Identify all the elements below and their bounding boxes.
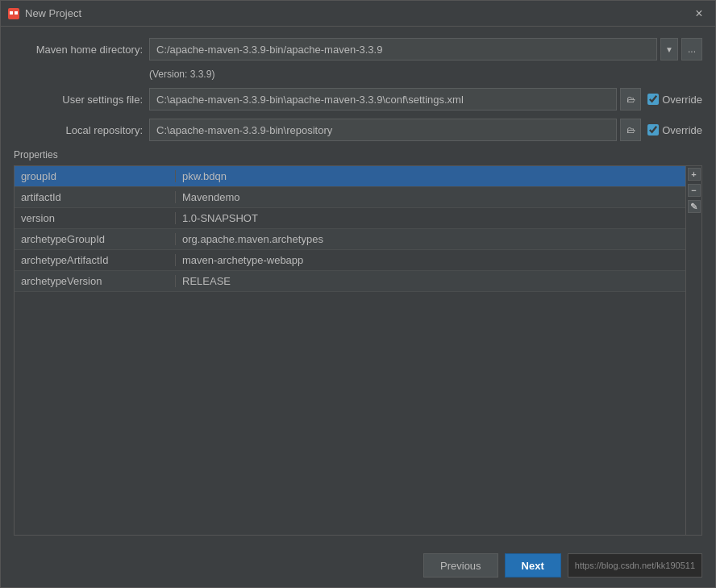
table-row[interactable]: version1.0-SNAPSHOT (15, 208, 685, 229)
maven-home-input-group: ▼ ... (149, 38, 702, 60)
maven-home-ellipsis-btn[interactable]: ... (681, 38, 702, 60)
prop-key: artifactId (15, 191, 176, 203)
user-settings-override-label: Override (662, 94, 702, 106)
next-button[interactable]: Next (505, 553, 561, 578)
user-settings-override-group: Override (647, 94, 702, 106)
prop-value: maven-archetype-webapp (176, 254, 685, 266)
maven-home-input[interactable] (149, 38, 657, 60)
local-repo-row: Local repository: 🗁 Override (14, 119, 702, 141)
add-property-btn[interactable]: + (688, 168, 701, 181)
window-title: New Project (25, 7, 689, 19)
table-row[interactable]: archetypeVersionRELEASE (15, 271, 685, 292)
maven-home-dropdown-btn[interactable]: ▼ (660, 38, 678, 60)
local-repo-override-label: Override (662, 124, 702, 136)
svg-rect-1 (10, 11, 13, 15)
dialog-content: Maven home directory: ▼ ... (Version: 3.… (1, 27, 715, 544)
local-repo-browse-btn[interactable]: 🗁 (620, 119, 641, 141)
user-settings-input[interactable] (149, 88, 617, 111)
prop-value: RELEASE (176, 275, 685, 287)
edit-property-btn[interactable]: ✎ (688, 200, 701, 213)
prop-key: archetypeVersion (15, 275, 176, 287)
user-settings-label: User settings file: (14, 94, 143, 106)
svg-rect-2 (15, 11, 18, 15)
prop-value: 1.0-SNAPSHOT (176, 212, 685, 224)
user-settings-row: User settings file: 🗁 Override (14, 88, 702, 111)
prop-value: Mavendemo (176, 191, 685, 203)
new-project-window: New Project × Maven home directory: ▼ ..… (0, 0, 716, 588)
local-repo-override-checkbox[interactable] (647, 124, 659, 136)
maven-home-label: Maven home directory: (14, 44, 143, 56)
prop-key: version (15, 212, 176, 224)
local-repo-override-group: Override (647, 124, 702, 136)
local-repo-input-group: 🗁 (149, 119, 641, 141)
local-repo-label: Local repository: (14, 124, 143, 136)
title-bar: New Project × (1, 1, 715, 27)
user-settings-input-group: 🗁 (149, 88, 641, 111)
maven-version-text: (Version: 3.3.9) (149, 69, 702, 80)
user-settings-browse-btn[interactable]: 🗁 (620, 88, 641, 111)
table-row[interactable]: artifactIdMavendemo (15, 187, 685, 208)
prop-value: pkw.bdqn (176, 170, 685, 182)
prop-key: archetypeArtifactId (15, 254, 176, 266)
table-row[interactable]: groupIdpkw.bdqn (15, 166, 685, 187)
footer: Previous Next https://blog.csdn.net/kk19… (1, 544, 715, 587)
local-repo-input[interactable] (149, 119, 617, 141)
table-sidebar: + − ✎ (685, 166, 701, 535)
prop-key: groupId (15, 170, 176, 182)
properties-table: groupIdpkw.bdqnartifactIdMavendemoversio… (15, 166, 685, 535)
remove-property-btn[interactable]: − (688, 184, 701, 197)
previous-button[interactable]: Previous (423, 553, 498, 578)
table-row[interactable]: archetypeArtifactIdmaven-archetype-webap… (15, 250, 685, 271)
prop-value: org.apache.maven.archetypes (176, 233, 685, 245)
user-settings-override-checkbox[interactable] (647, 94, 659, 105)
properties-title: Properties (14, 149, 702, 161)
table-row[interactable]: archetypeGroupIdorg.apache.maven.archety… (15, 229, 685, 250)
url-bar: https://blog.csdn.net/kk190511 (568, 553, 702, 578)
app-icon (7, 7, 20, 20)
close-button[interactable]: × (689, 4, 709, 23)
maven-home-row: Maven home directory: ▼ ... (14, 38, 702, 60)
properties-section: Properties groupIdpkw.bdqnartifactIdMave… (14, 149, 702, 536)
properties-table-wrapper: groupIdpkw.bdqnartifactIdMavendemoversio… (14, 165, 702, 536)
prop-key: archetypeGroupId (15, 233, 176, 245)
